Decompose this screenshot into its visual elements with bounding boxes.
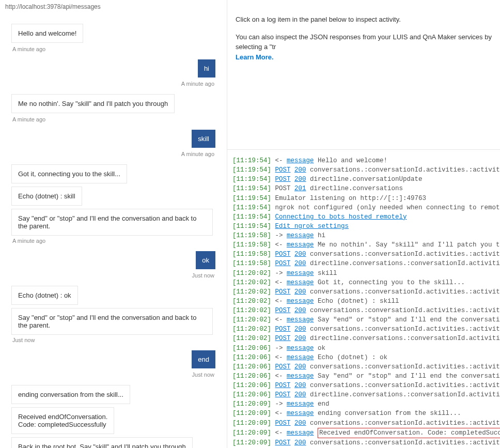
log-link[interactable]: POST — [275, 166, 291, 174]
log-link[interactable]: Connecting to bots hosted remotely — [275, 213, 407, 221]
log-link[interactable]: POST — [275, 335, 291, 342]
log-link[interactable]: POST — [275, 260, 291, 267]
log-link[interactable]: POST — [275, 420, 291, 427]
log-panel[interactable]: [11:19:54] <- message Hello and welcome!… — [227, 150, 500, 448]
user-message-bubble[interactable]: hi — [198, 59, 215, 78]
log-line[interactable]: [11:20:02] <- message Echo (dotnet) : sk… — [232, 297, 495, 306]
log-text: <- — [275, 279, 287, 286]
log-link[interactable]: 200 — [294, 335, 306, 342]
log-link[interactable]: message — [287, 279, 314, 286]
bot-message-bubble[interactable]: Say "end" or "stop" and I'll end the con… — [11, 209, 213, 236]
log-link[interactable]: POST — [275, 391, 291, 398]
log-line[interactable]: [11:20:09] <- message Received endOfConv… — [232, 428, 495, 438]
log-link[interactable]: 200 — [294, 176, 306, 183]
log-link[interactable]: message — [287, 232, 314, 239]
bot-message-group: ending conversation from the skill...Rec… — [11, 385, 215, 448]
log-line[interactable]: [11:20:06] <- message Say "end" or "stop… — [232, 372, 495, 381]
learn-more-link[interactable]: Learn More. — [236, 53, 274, 61]
log-line[interactable]: [11:19:54] Connecting to bots hosted rem… — [232, 212, 495, 222]
log-line[interactable]: [11:19:54] <- message Hello and welcome! — [232, 156, 495, 165]
log-line[interactable]: [11:19:54] ngrok not configured (only ne… — [232, 203, 495, 212]
bot-message-bubble[interactable]: Received endOfConversation. Code: comple… — [11, 407, 114, 434]
log-text: ok — [314, 345, 326, 352]
log-link[interactable]: POST — [275, 176, 291, 183]
log-line[interactable]: [11:20:06] <- message Echo (dotnet) : ok — [232, 353, 495, 362]
log-link[interactable]: POST — [275, 251, 291, 258]
log-link[interactable]: message — [287, 345, 314, 352]
log-text — [291, 288, 295, 296]
log-link[interactable]: message — [287, 157, 314, 164]
log-line[interactable]: [11:20:02] POST 200 conversations.:conve… — [232, 306, 495, 315]
log-line[interactable]: [11:19:58] POST 200 directline.conversat… — [232, 259, 495, 268]
log-line[interactable]: [11:19:58] <- message Me no nothin'. Say… — [232, 240, 495, 250]
log-link[interactable]: 200 — [294, 391, 306, 398]
user-message-bubble[interactable]: skill — [192, 130, 215, 148]
log-link[interactable]: POST — [275, 363, 291, 370]
log-link[interactable]: Edit ngrok settings — [275, 223, 349, 230]
log-line[interactable]: [11:20:06] -> message ok — [232, 344, 495, 353]
bot-message-bubble[interactable]: Echo (dotnet) : skill — [11, 187, 82, 206]
log-line[interactable]: [11:19:54] POST 201 directline.conversat… — [232, 184, 495, 193]
log-line[interactable]: [11:19:54] POST 200 directline.conversat… — [232, 175, 495, 184]
user-message-bubble[interactable]: end — [192, 350, 215, 368]
log-line[interactable]: [11:20:02] POST 200 directline.conversat… — [232, 334, 495, 343]
log-text: directline.conversations.:conversationId… — [306, 335, 500, 342]
log-line[interactable]: [11:20:02] <- message Got it, connecting… — [232, 278, 495, 287]
bot-message-bubble[interactable]: Echo (dotnet) : ok — [11, 286, 78, 305]
log-link[interactable]: 200 — [294, 260, 306, 267]
log-line[interactable]: [11:20:02] POST 200 conversations.:conve… — [232, 287, 495, 297]
log-link[interactable]: message — [287, 270, 314, 277]
log-link[interactable]: message — [287, 298, 314, 305]
log-link[interactable]: POST — [275, 326, 291, 333]
log-link[interactable]: 200 — [294, 326, 306, 333]
log-text: conversations.:conversationId.activities… — [306, 288, 500, 296]
log-line[interactable]: [11:20:06] POST 200 directline.conversat… — [232, 390, 495, 399]
log-link[interactable]: message — [287, 373, 314, 380]
log-link[interactable]: 200 — [294, 363, 306, 370]
log-link[interactable]: 201 — [294, 185, 306, 192]
log-line[interactable]: [11:20:09] -> message end — [232, 399, 495, 409]
log-line[interactable]: [11:19:54] Emulator listening on http://… — [232, 194, 495, 203]
message-timestamp: A minute ago — [12, 238, 215, 244]
log-link[interactable]: 200 — [294, 382, 306, 389]
log-link[interactable]: 200 — [294, 251, 306, 258]
log-link[interactable]: message — [287, 241, 314, 249]
log-link[interactable]: POST — [275, 382, 291, 389]
log-line[interactable]: [11:19:54] Edit ngrok settings — [232, 222, 495, 231]
log-line[interactable]: [11:19:58] -> message hi — [232, 231, 495, 240]
log-line[interactable]: [11:20:02] -> message skill — [232, 269, 495, 278]
log-line[interactable]: [11:20:02] <- message Say "end" or "stop… — [232, 315, 495, 325]
bot-message-bubble[interactable]: Back in the root bot. Say "skill" and I'… — [11, 437, 193, 448]
message-timestamp: A minute ago — [12, 116, 215, 122]
log-line[interactable]: [11:20:06] POST 200 conversations.:conve… — [232, 381, 495, 390]
log-line[interactable]: [11:20:06] POST 200 conversations.:conve… — [232, 362, 495, 372]
bot-message-bubble[interactable]: ending conversation from the skill... — [11, 385, 130, 404]
log-link[interactable]: message — [287, 354, 314, 361]
log-line[interactable]: [11:20:09] <- message ending conversatio… — [232, 409, 495, 418]
log-link[interactable]: POST — [275, 307, 291, 314]
user-message-bubble[interactable]: ok — [196, 251, 215, 269]
log-link[interactable]: 200 — [294, 307, 306, 314]
bot-message-group: Got it, connecting you to the skill...Ec… — [11, 164, 215, 236]
log-line[interactable]: [11:19:58] POST 200 conversations.:conve… — [232, 250, 495, 259]
log-link[interactable]: message — [287, 400, 314, 408]
log-link[interactable]: message — [287, 410, 314, 417]
log-line[interactable]: [11:20:02] POST 200 conversations.:conve… — [232, 325, 495, 334]
log-link[interactable]: 200 — [294, 288, 306, 296]
log-link[interactable]: message — [287, 429, 314, 437]
log-link[interactable]: POST — [275, 288, 291, 296]
log-line[interactable]: [11:20:09] POST 200 conversations.:conve… — [232, 438, 495, 447]
log-link[interactable]: message — [287, 316, 314, 323]
bot-message-bubble[interactable]: Say "end" or "stop" and I'll end the con… — [11, 308, 213, 335]
log-line[interactable]: [11:19:54] POST 200 conversations.:conve… — [232, 165, 495, 175]
log-line[interactable]: [11:20:09] POST 200 conversations.:conve… — [232, 419, 495, 428]
log-link[interactable]: 200 — [294, 439, 306, 446]
log-text: conversations.:conversationId.activities… — [306, 307, 500, 314]
log-link[interactable]: 200 — [294, 166, 306, 174]
log-text: directline.conversations.:conversationId… — [306, 391, 500, 398]
bot-message-bubble[interactable]: Me no nothin'. Say "skill" and I'll patc… — [11, 94, 175, 113]
bot-message-bubble[interactable]: Hello and welcome! — [11, 24, 83, 43]
log-link[interactable]: 200 — [294, 420, 306, 427]
log-link[interactable]: POST — [275, 439, 291, 446]
bot-message-bubble[interactable]: Got it, connecting you to the skill... — [11, 164, 127, 183]
